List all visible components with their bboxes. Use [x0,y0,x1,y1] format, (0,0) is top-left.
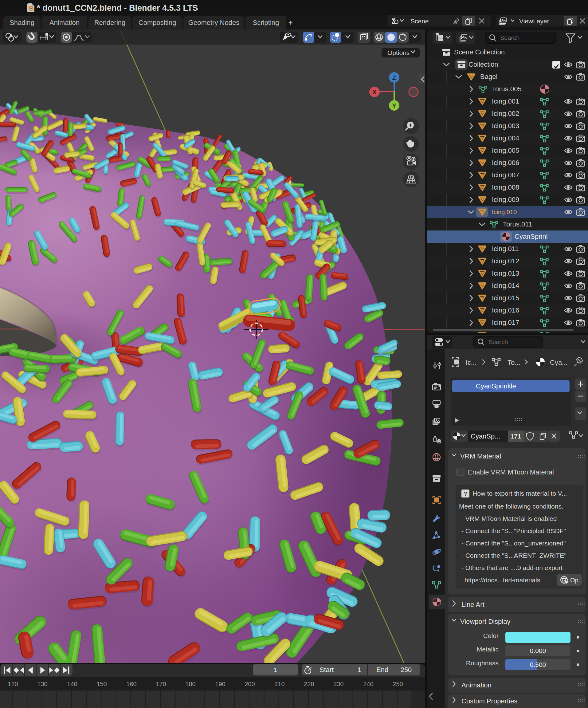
svg-text:Search: Search [500,34,520,41]
svg-text:Start: Start [319,666,334,674]
svg-text:CyanSp...: CyanSp... [471,432,500,440]
svg-text:170: 170 [156,681,166,687]
svg-text:- Connect the "S...oon_unversi: - Connect the "S...oon_unversioned" [461,540,565,547]
svg-text:Icing.014: Icing.014 [492,282,519,290]
svg-text:- Connect the "S..."Principled: - Connect the "S..."Principled BSDF" [461,527,566,534]
svg-text:Meet one of the following cond: Meet one of the following conditions. [459,503,563,510]
svg-text:250: 250 [393,681,403,687]
svg-text:Metallic: Metallic [477,646,499,653]
svg-text:Icing.005: Icing.005 [492,147,519,154]
svg-text:Search: Search [489,338,508,345]
svg-text:Custom Properties: Custom Properties [461,697,517,705]
svg-text:220: 220 [304,681,314,687]
svg-text:130: 130 [37,681,47,687]
svg-text:250: 250 [401,666,412,674]
svg-text:Bagel: Bagel [480,73,497,81]
svg-text:171: 171 [510,433,521,440]
svg-text:Icing.017: Icing.017 [492,319,519,326]
svg-text:- Others that are ....0 add-on: - Others that are ....0 add-on export [461,564,562,571]
svg-text:120: 120 [8,681,18,687]
svg-text:How to export this material to: How to export this material to V... [472,490,567,497]
svg-text:Torus.005: Torus.005 [492,85,522,93]
svg-text:Icing.001: Icing.001 [492,97,519,105]
svg-text:160: 160 [126,681,136,687]
svg-text:Y: Y [392,102,396,109]
svg-text:1: 1 [274,666,277,673]
svg-text:Viewport Display: Viewport Display [460,618,510,625]
svg-text:https://docs...ted-materials: https://docs...ted-materials [464,577,540,584]
svg-text:Icing.003: Icing.003 [492,122,519,130]
svg-text:Cya...: Cya... [550,359,567,366]
svg-text:Torus.011: Torus.011 [503,220,532,228]
svg-text:End: End [376,666,388,674]
svg-text:Icing.006: Icing.006 [492,159,519,167]
svg-text:Icing.015: Icing.015 [492,294,519,302]
svg-text:140: 140 [67,681,77,687]
svg-text:Icing.013: Icing.013 [492,269,519,277]
svg-text:- VRM MToon Material is enable: - VRM MToon Material is enabled [461,515,557,522]
svg-text:Collection: Collection [468,61,498,68]
svg-text:Icing.009: Icing.009 [492,196,519,203]
svg-text:150: 150 [96,681,106,687]
svg-text:To...: To... [507,359,520,366]
svg-text:Icing.002: Icing.002 [492,110,519,117]
svg-text:Enable VRM MToon Material: Enable VRM MToon Material [468,468,554,476]
svg-text:Scene Collection: Scene Collection [454,48,505,56]
svg-text:Color: Color [483,632,499,639]
svg-text:210: 210 [274,681,284,687]
svg-text:0.000: 0.000 [530,647,546,654]
svg-text:CyanSprinl: CyanSprinl [515,233,548,240]
svg-text:230: 230 [333,681,343,687]
svg-text:Options: Options [388,49,409,56]
svg-text:Z: Z [392,74,396,81]
svg-text:Ic...: Ic... [466,359,476,366]
svg-text:Icing.004: Icing.004 [492,134,519,142]
svg-text:200: 200 [245,681,255,687]
svg-text:Icing.010: Icing.010 [492,209,517,215]
svg-text:Icing.011: Icing.011 [492,245,519,253]
svg-text:240: 240 [363,681,373,687]
svg-text:Icing.007: Icing.007 [492,171,519,179]
svg-text:Icing.008: Icing.008 [492,183,519,191]
svg-text:?: ? [464,491,467,497]
svg-text:VRM Material: VRM Material [460,452,501,460]
svg-text:180: 180 [185,681,195,687]
svg-text:0.500: 0.500 [530,661,546,668]
svg-text:Op: Op [570,577,579,584]
svg-text:Icing.016: Icing.016 [492,306,519,314]
svg-text:- Connect the "S...ARENT_ZWRIT: - Connect the "S...ARENT_ZWRITE" [461,552,566,559]
svg-text:X: X [372,88,377,95]
svg-text:Animation: Animation [461,681,492,689]
svg-text:Line Art: Line Art [461,601,485,609]
svg-text:190: 190 [215,681,225,687]
svg-text:1: 1 [358,666,361,674]
svg-text:Roughness: Roughness [466,659,499,667]
svg-text:CyanSprinkle: CyanSprinkle [476,382,516,390]
svg-text:Icing.012: Icing.012 [492,257,519,265]
